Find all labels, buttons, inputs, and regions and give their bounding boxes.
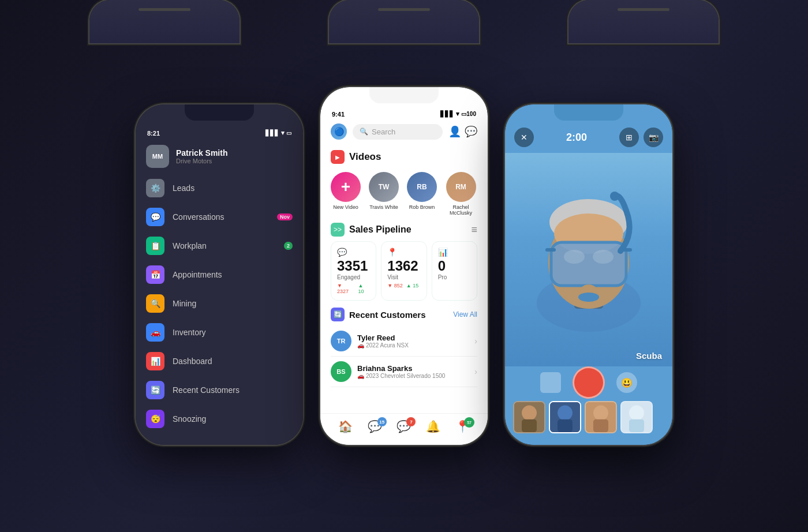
visit-card-icon: 📍	[387, 248, 420, 257]
menu-item-workplan[interactable]: 📋 Workplan 2	[136, 231, 303, 260]
customer-item-tyler[interactable]: TR Tyler Reed 🚗 2022 Acura NSX ›	[331, 326, 477, 357]
workplan-label: Workplan	[173, 241, 207, 250]
nav-bell[interactable]: 🔔	[426, 419, 440, 433]
chat-icon-top[interactable]: 💬	[465, 125, 477, 138]
nav-home[interactable]: 🏠	[338, 419, 353, 433]
scuba-label: Scuba	[636, 351, 662, 361]
face-3	[586, 402, 616, 432]
menu-item-appointments[interactable]: 📅 Appointments	[136, 260, 303, 289]
rob-avatar: RB	[407, 172, 437, 202]
thumbnail-4[interactable]	[620, 401, 653, 433]
customer-item-briahna[interactable]: BS Briahna Sparks 🚗 2023 Chevrolet Silve…	[331, 357, 477, 387]
workplan-badge: 2	[284, 242, 293, 250]
app-logo: 🔵	[331, 123, 347, 140]
nav-location[interactable]: 📍 57	[455, 419, 470, 433]
svg-point-12	[610, 192, 619, 201]
tyler-chevron: ›	[474, 336, 477, 346]
dashboard-icon: 📊	[146, 352, 164, 370]
view-all-button[interactable]: View All	[453, 310, 477, 319]
nav-messages[interactable]: 💬 7	[396, 419, 411, 433]
menu-item-conversations[interactable]: 💬 Conversations Nov	[136, 203, 303, 231]
svg-point-8	[564, 250, 585, 264]
menu-item-dashboard[interactable]: 📊 Dashboard	[136, 347, 303, 376]
leads-icon: ⚙️	[146, 179, 164, 197]
rachel-label: Rachel McClusky	[445, 204, 477, 216]
menu-item-inventory[interactable]: 🚗 Inventory	[136, 318, 303, 347]
video-item-new[interactable]: + New Video	[331, 172, 361, 216]
top-controls-right: ⊞ 📷	[619, 128, 663, 147]
phone-1-notch	[185, 104, 254, 121]
thumbnail-1[interactable]	[513, 401, 545, 433]
nav-chat[interactable]: 💬 15	[368, 419, 382, 433]
recent-title: Recent Customers	[349, 310, 426, 320]
leads-label: Leads	[173, 183, 194, 193]
recent-header-left: 🔄 Recent Customers	[331, 308, 426, 321]
menu-item-leads[interactable]: ⚙️ Leads ·	[136, 174, 303, 203]
new-video-avatar: +	[331, 172, 361, 202]
visit-number: 1362	[387, 258, 420, 274]
battery-icon-2: ▭100	[461, 111, 476, 117]
tyler-car: 🚗 2022 Acura NSX	[357, 342, 409, 349]
conversations-icon: 💬	[146, 208, 164, 226]
video-item-rachel[interactable]: RM Rachel McClusky	[445, 172, 477, 216]
effects-button[interactable]: 😃	[616, 372, 637, 393]
scuba-image-area: Scuba	[505, 153, 672, 366]
thumbnail-3[interactable]	[585, 401, 617, 433]
overlay-btn-2[interactable]: 📷	[644, 128, 663, 147]
phone-1-screen: 8:21 ▋▋▋ ▾ ▭ MM Patrick Smith Drive Moto…	[136, 104, 303, 445]
thumbnail-selected[interactable]	[549, 401, 581, 433]
partial-top-bar-center	[378, 8, 430, 11]
phone-2-time: 9:41	[332, 111, 345, 118]
chat-nav-badge: 15	[377, 417, 387, 426]
travis-label: Travis White	[369, 204, 398, 210]
tyler-name: Tyler Reed	[357, 334, 409, 342]
phone-2-status-bar: 9:41 ▋▋▋ ▾ ▭100	[320, 106, 488, 120]
phone-1-time: 8:21	[147, 130, 160, 137]
search-placeholder: Search	[372, 128, 395, 136]
rachel-avatar: RM	[446, 172, 476, 202]
menu-item-snoozing[interactable]: 😴 Snoozing	[136, 404, 303, 433]
inventory-label: Inventory	[173, 328, 206, 337]
bottom-nav: 🏠 💬 15 💬 7 🔔 📍 57	[320, 413, 488, 445]
briahna-info: Briahna Sparks 🚗 2023 Chevrolet Silverad…	[357, 364, 445, 379]
video-item-rob[interactable]: RB Rob Brown	[407, 172, 437, 216]
svg-point-14	[522, 406, 537, 421]
add-contact-icon[interactable]: 👤	[448, 125, 461, 138]
engaged-down: ▼ 2327	[337, 283, 355, 294]
stop-button[interactable]	[540, 372, 561, 393]
tyler-initials: TR	[337, 338, 346, 344]
close-button[interactable]: ✕	[514, 128, 534, 147]
pipeline-icon: >>	[331, 223, 345, 237]
svg-rect-18	[558, 419, 573, 432]
pipeline-card-visit[interactable]: 📍 1362 Visit ▼ 852 ▲ 15	[381, 241, 427, 301]
travis-avatar: TW	[369, 172, 399, 202]
pipeline-filter-icon[interactable]: ≡	[471, 224, 477, 236]
partial-phone-left	[89, 0, 240, 43]
engaged-card-icon: 💬	[337, 248, 370, 257]
face-selected	[550, 402, 580, 432]
record-button[interactable]	[573, 366, 605, 399]
wifi-icon-2: ▾	[456, 110, 459, 118]
phone-2: 9:41 ▋▋▋ ▾ ▭100 🔵 🔍 Search 👤	[320, 87, 488, 445]
svg-rect-24	[629, 419, 644, 432]
pipeline-card-engaged[interactable]: 💬 3351 Engaged ▼ 2327 ▲ 10	[331, 241, 376, 301]
battery-icon: ▭	[286, 130, 291, 136]
briahna-avatar: BS	[331, 361, 351, 382]
overlay-btn-1[interactable]: ⊞	[619, 128, 639, 147]
visit-up: ▲ 15	[406, 283, 418, 289]
wifi-icon: ▾	[281, 129, 285, 137]
video-item-travis[interactable]: TW Travis White	[369, 172, 399, 216]
svg-point-20	[593, 406, 608, 421]
search-bar[interactable]: 🔍 Search	[353, 124, 443, 140]
menu-item-mining[interactable]: 🔍 Mining	[136, 289, 303, 318]
svg-point-17	[558, 406, 573, 421]
appointments-label: Appointments	[173, 270, 222, 279]
snoozing-icon: 😴	[146, 410, 164, 428]
pipeline-title: Sales Pipeline	[349, 224, 412, 235]
menu-item-recent-customers[interactable]: 🔄 Recent Customers	[136, 376, 303, 404]
tyler-avatar: TR	[331, 331, 351, 351]
briahna-name: Briahna Sparks	[357, 364, 445, 373]
phone-2-screen: 9:41 ▋▋▋ ▾ ▭100 🔵 🔍 Search 👤	[320, 87, 488, 445]
pipeline-card-pro[interactable]: 📊 0 Pro	[432, 241, 477, 301]
phone-1-status-bar: 8:21 ▋▋▋ ▾ ▭	[136, 125, 303, 139]
